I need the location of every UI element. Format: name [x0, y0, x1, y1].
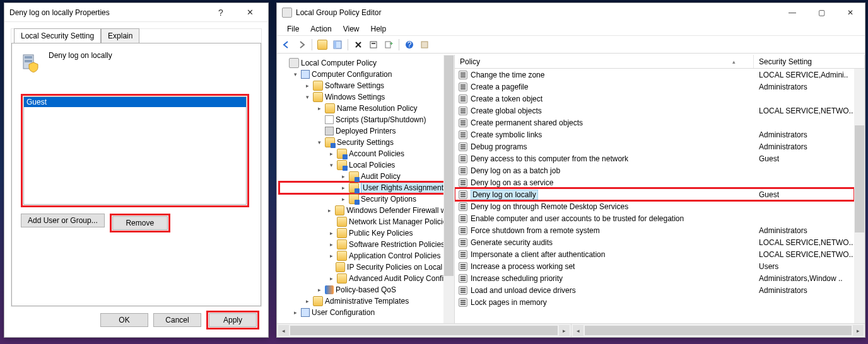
toolbar-separator	[348, 39, 348, 50]
apply-button[interactable]: Apply	[209, 313, 257, 327]
properties-dialog: Deny log on locally Properties ? ✕ Local…	[4, 3, 269, 338]
policy-row[interactable]: Lock pages in memory	[455, 296, 854, 308]
policy-row[interactable]: Create symbolic linksAdministrators	[455, 129, 854, 140]
user-listbox[interactable]: Guest	[23, 96, 247, 205]
list-body[interactable]: Change the time zoneLOCAL SERVICE,Admini…	[455, 69, 854, 323]
delete-button[interactable]	[351, 38, 365, 52]
back-button[interactable]	[279, 38, 293, 52]
policy-row[interactable]: Deny access to this computer from the ne…	[455, 152, 854, 164]
tab-explain[interactable]: Explain	[101, 28, 139, 43]
tree-advanced-audit-policy[interactable]: ▸Advanced Audit Policy Configu	[279, 273, 454, 284]
gpedit-window: Local Group Policy Editor — ▢ ✕ File Act…	[276, 3, 865, 338]
policy-row[interactable]: Impersonate a client after authenticatio…	[455, 248, 854, 260]
up-button[interactable]	[315, 38, 329, 52]
column-header-policy[interactable]: Policy▴	[455, 55, 754, 68]
policy-row[interactable]: Create a token object	[455, 93, 854, 105]
tree-windows-settings[interactable]: ▾Windows Settings	[279, 91, 454, 103]
tree-label: Windows Defender Firewall with	[346, 205, 454, 216]
policy-row[interactable]: Increase scheduling priorityAdministrato…	[455, 272, 854, 284]
add-user-or-group-button[interactable]: Add User or Group...	[21, 214, 105, 227]
tree-name-resolution-policy[interactable]: ▸Name Resolution Policy	[279, 103, 454, 114]
tree-public-key-policies[interactable]: ▸Public Key Policies	[279, 227, 454, 239]
tree-ip-security-policies[interactable]: IP Security Policies on Local Co	[279, 261, 454, 273]
list-vertical-scrollbar[interactable]	[854, 69, 865, 323]
tree-software-restriction-policies[interactable]: ▸Software Restriction Policies	[279, 239, 454, 250]
policy-icon	[459, 190, 467, 199]
tree-administrative-templates[interactable]: ▸Administrative Templates	[279, 295, 454, 307]
window-titlebar[interactable]: Local Group Policy Editor — ▢ ✕	[277, 3, 865, 22]
tree-horizontal-scrollbar[interactable]: ◂▸	[277, 324, 572, 337]
scrollbar-thumb[interactable]	[855, 125, 864, 232]
forward-button[interactable]	[295, 38, 308, 52]
show-hide-tree-button[interactable]	[331, 38, 344, 52]
tree-windows-defender-firewall[interactable]: ▸Windows Defender Firewall with	[279, 205, 454, 216]
tree-application-control-policies[interactable]: ▸Application Control Policies	[279, 250, 454, 261]
policy-row[interactable]: Create global objectsLOCAL SERVICE,NETWO…	[455, 105, 854, 117]
properties-button[interactable]	[367, 38, 380, 52]
policy-row[interactable]: Deny log on as a service	[455, 176, 854, 188]
tree-label: Security Settings	[337, 137, 394, 148]
tree-computer-configuration[interactable]: ▾Computer Configuration	[279, 69, 454, 80]
minimize-button[interactable]: —	[778, 4, 807, 21]
tree-user-rights-assignment[interactable]: ▸User Rights Assignment	[279, 182, 454, 193]
policy-row[interactable]: Create permanent shared objects	[455, 117, 854, 129]
help-button[interactable]: ?	[402, 38, 416, 52]
policy-row[interactable]: Increase a process working setUsers	[455, 260, 854, 272]
tree-software-settings[interactable]: ▸Software Settings	[279, 80, 454, 91]
ok-button[interactable]: OK	[100, 313, 148, 327]
menu-action[interactable]: Action	[305, 23, 336, 35]
dialog-help-button[interactable]: ?	[206, 4, 235, 21]
close-button[interactable]: ✕	[836, 4, 865, 21]
tab-local-security-setting[interactable]: Local Security Setting	[14, 28, 101, 43]
dialog-close-button[interactable]: ✕	[235, 4, 264, 21]
user-list-item[interactable]: Guest	[24, 97, 246, 107]
policy-row[interactable]: Create a pagefileAdministrators	[455, 81, 854, 93]
tree-vertical-scrollbar[interactable]	[443, 55, 454, 323]
tree-account-policies[interactable]: ▸Account Policies	[279, 148, 454, 159]
scroll-right-icon[interactable]: ▸	[559, 325, 570, 336]
tree-audit-policy[interactable]: ▸Audit Policy	[279, 171, 454, 182]
filter-button[interactable]	[418, 38, 431, 52]
tree-security-options[interactable]: ▸Security Options	[279, 193, 454, 205]
svg-rect-10	[421, 42, 428, 48]
column-header-security-setting[interactable]: Security Setting	[754, 55, 865, 68]
tree-user-configuration[interactable]: ▸User Configuration	[279, 307, 454, 318]
policy-row[interactable]: Deny log on through Remote Desktop Servi…	[455, 200, 854, 212]
navigation-tree[interactable]: Local Computer Policy ▾Computer Configur…	[277, 55, 454, 321]
tree-deployed-printers[interactable]: Deployed Printers	[279, 125, 454, 137]
tree-root[interactable]: Local Computer Policy	[279, 57, 454, 69]
maximize-button[interactable]: ▢	[807, 4, 836, 21]
folder-shield-icon	[349, 183, 359, 193]
policy-row[interactable]: Force shutdown from a remote systemAdmin…	[455, 224, 854, 236]
export-button[interactable]	[382, 38, 396, 52]
policy-name: Debug programs	[471, 142, 527, 151]
policy-row[interactable]: Debug programsAdministrators	[455, 140, 854, 152]
policy-row[interactable]: Enable computer and user accounts to be …	[455, 212, 854, 224]
policy-name: Deny access to this computer from the ne…	[471, 154, 628, 163]
policy-row[interactable]: Change the time zoneLOCAL SERVICE,Admini…	[455, 69, 854, 81]
dialog-titlebar[interactable]: Deny log on locally Properties ? ✕	[4, 3, 268, 22]
scrollbar-thumb[interactable]	[585, 326, 852, 335]
tree-network-list-manager[interactable]: Network List Manager Policies	[279, 216, 454, 227]
tree-scripts[interactable]: Scripts (Startup/Shutdown)	[279, 114, 454, 125]
menu-help[interactable]: Help	[366, 23, 392, 35]
policy-row[interactable]: Deny log on as a batch job	[455, 164, 854, 176]
remove-button[interactable]: Remove	[112, 216, 168, 230]
toolbar: ?	[277, 36, 865, 54]
tree-local-policies[interactable]: ▾Local Policies	[279, 159, 454, 171]
list-header: Policy▴ Security Setting	[455, 55, 865, 69]
policy-row[interactable]: Load and unload device driversAdministra…	[455, 284, 854, 296]
policy-row[interactable]: Generate security auditsLOCAL SERVICE,NE…	[455, 236, 854, 248]
scroll-left-icon[interactable]: ◂	[573, 325, 584, 336]
scroll-left-icon[interactable]: ◂	[278, 325, 289, 336]
scroll-right-icon[interactable]: ▸	[853, 325, 864, 336]
list-horizontal-scrollbar[interactable]: ◂▸	[572, 324, 865, 337]
cancel-button[interactable]: Cancel	[153, 313, 201, 327]
policy-row[interactable]: Deny log on locallyGuest	[455, 188, 854, 200]
tree-policy-based-qos[interactable]: ▸Policy-based QoS	[279, 284, 454, 295]
tree-security-settings[interactable]: ▾Security Settings	[279, 137, 454, 148]
menu-view[interactable]: View	[338, 23, 365, 35]
scrollbar-thumb[interactable]	[290, 326, 558, 335]
scrollbar-thumb[interactable]	[444, 55, 454, 276]
menu-file[interactable]: File	[282, 23, 304, 35]
